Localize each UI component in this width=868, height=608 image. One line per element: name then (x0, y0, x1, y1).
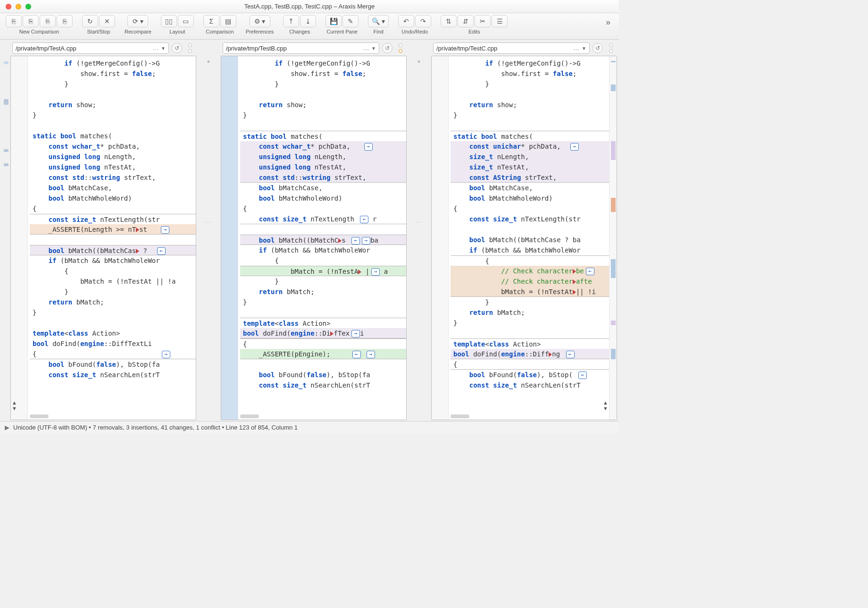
code-line[interactable]: bool bMatch((bMatchCase ? ba (451, 235, 609, 245)
pane-b-code[interactable]: if (!getMergeConfig()->G show.first = fa… (221, 56, 407, 420)
merge-right-button[interactable]: → (371, 268, 380, 276)
code-line[interactable]: return bMatch; (451, 307, 609, 318)
code-line[interactable]: const wchar_t* pchData, (30, 141, 196, 152)
code-line[interactable] (451, 120, 609, 131)
new-three-way-button[interactable]: ⎘ (40, 15, 56, 27)
code-line[interactable]: bool bFound(false), bStop( ← (451, 370, 609, 380)
code-line[interactable]: _ASSERTE(nLength >= nTst → (30, 224, 196, 235)
code-line[interactable]: const size_t nSearchLen(strT (451, 380, 609, 390)
code-line[interactable] (240, 89, 406, 100)
code-line[interactable]: bool bFound(false), bStop(fa (30, 359, 196, 370)
code-line[interactable]: bool doFind(engine::DiffTextLi (30, 338, 196, 349)
merge-right-button[interactable]: → (362, 237, 370, 245)
chevron-down-icon[interactable]: ▼ (371, 46, 376, 51)
new-image-compare-button[interactable]: ⎘ (57, 15, 73, 27)
code-line[interactable]: if (!getMergeConfig()->G (451, 58, 609, 68)
code-line[interactable]: static bool matches( (30, 131, 196, 141)
pane-a-hscroll[interactable] (30, 414, 186, 419)
find-button[interactable]: 🔍 ▾ (368, 15, 389, 27)
new-file-compare-button[interactable]: ⎘ (23, 15, 39, 27)
code-line[interactable] (451, 224, 609, 235)
code-line[interactable]: } (240, 79, 406, 89)
pane-b-history-button[interactable]: ↺ (382, 43, 392, 53)
code-line[interactable]: if (bMatch && bMatchWholeWor (451, 245, 609, 255)
code-line[interactable]: bool bMatchCase, (240, 183, 406, 193)
code-line[interactable] (240, 359, 406, 370)
code-line[interactable] (30, 318, 196, 328)
pane-b-path-input[interactable]: /private/tmp/TestB.cpp ... ▼ (223, 42, 379, 54)
code-line[interactable]: return bMatch; (30, 297, 196, 307)
code-line[interactable]: unsigned long nLength, (240, 152, 406, 162)
code-line[interactable]: const unichar* pchData, ← (451, 141, 609, 152)
code-line[interactable]: bool bMatch((bMatchCs ←→ba (240, 235, 406, 245)
nav-up-icon[interactable]: ▲ (603, 400, 608, 405)
code-line[interactable]: template<class Action> (240, 318, 406, 328)
merge-right-button[interactable]: → (367, 351, 375, 358)
merge-left-button[interactable]: ← (566, 351, 575, 358)
merge-left-button[interactable]: ← (570, 143, 579, 151)
code-line[interactable]: bool bMatchCase, (451, 183, 609, 193)
code-line[interactable]: bool bFound(false), bStop(fa (240, 370, 406, 380)
code-line[interactable]: unsigned long nTestAt, (30, 162, 196, 172)
merge-left-button[interactable]: ← (578, 372, 587, 379)
code-line[interactable]: const wchar_t* pchData, → (240, 141, 406, 152)
code-line[interactable]: show.first = false; (240, 68, 406, 79)
code-line[interactable]: return show; (240, 100, 406, 110)
code-line[interactable]: const std::wstring strText, (240, 172, 406, 183)
code-line[interactable]: { (451, 359, 609, 370)
undo-button[interactable]: ↶ (398, 15, 414, 27)
code-line[interactable]: if (!getMergeConfig()->G (30, 58, 196, 68)
toolbar-overflow-button[interactable]: » (603, 17, 613, 27)
code-line[interactable]: unsigned long nLength, (30, 152, 196, 162)
code-line[interactable]: return show; (30, 100, 196, 110)
edit-3-button[interactable]: ✂ (475, 15, 491, 27)
code-line[interactable]: if (bMatch && bMatchWholeWor (30, 255, 196, 266)
code-line[interactable]: bool bMatch((bMatchCas ? ← (30, 245, 196, 255)
code-line[interactable]: { (451, 255, 609, 266)
code-line[interactable]: { (451, 203, 609, 214)
code-line[interactable]: size_t nTestAt, (451, 162, 609, 172)
code-line[interactable]: bMatch = (!nTestAt|| !i (451, 287, 609, 297)
layout-vertical-button[interactable]: ▭ (178, 15, 194, 27)
pane-a-path-input[interactable]: /private/tmp/TestA.cpp ... ▼ (12, 42, 169, 54)
code-line[interactable]: return show; (451, 100, 609, 110)
merge-left-button[interactable]: ← (586, 268, 594, 275)
new-folder-compare-button[interactable]: ⎘ (6, 15, 22, 27)
play-icon[interactable]: ▶ (5, 424, 9, 431)
merge-right-button[interactable]: → (351, 330, 360, 338)
code-line[interactable]: bool bMatchCase, (30, 183, 196, 193)
code-line[interactable]: const AString strText, (451, 172, 609, 183)
code-line[interactable]: const size_t nSearchLen(strT (30, 370, 196, 380)
edit-2-button[interactable]: ⇵ (458, 15, 474, 27)
code-line[interactable]: const std::wstring strText, (30, 172, 196, 183)
stop-button[interactable]: ✕ (99, 15, 115, 27)
chevron-down-icon[interactable]: ▼ (161, 46, 166, 51)
code-line[interactable] (240, 120, 406, 131)
code-line[interactable] (240, 224, 406, 235)
chevron-down-icon[interactable]: ▼ (582, 46, 586, 51)
code-line[interactable]: show.first = false; (451, 68, 609, 79)
code-line[interactable]: return bMatch; (240, 287, 406, 297)
code-line[interactable]: { (30, 266, 196, 276)
code-line[interactable] (451, 328, 609, 338)
code-line[interactable]: bool bMatchWholeWord) (30, 193, 196, 203)
merge-left-button[interactable]: ← (351, 237, 360, 245)
pane-c-path-input[interactable]: /private/tmp/TestC.cpp ... ▼ (433, 42, 590, 54)
recompare-button[interactable]: ⟳ ▾ (127, 15, 148, 27)
nav-down-icon[interactable]: ▼ (12, 405, 17, 411)
code-line[interactable]: unsigned long nTestAt, (240, 162, 406, 172)
merge-left-button[interactable]: ← (157, 247, 166, 255)
pane-c-code[interactable]: if (!getMergeConfig()->G show.first = fa… (431, 56, 617, 420)
code-line[interactable]: template<class Action> (30, 328, 196, 338)
pane-a-history-button[interactable]: ↺ (172, 43, 182, 53)
code-line[interactable]: } (240, 276, 406, 287)
code-line[interactable]: if (!getMergeConfig()->G (240, 58, 406, 68)
nav-down-icon[interactable]: ▼ (603, 405, 608, 411)
code-line[interactable]: show.first = false; (30, 68, 196, 79)
code-line[interactable] (240, 307, 406, 318)
code-line[interactable]: const size_t nTextLength ← r (240, 214, 406, 224)
prev-change-button[interactable]: ⤒ (283, 15, 299, 27)
pane-a-code-view[interactable]: if (!getMergeConfig()->G show.first = fa… (28, 56, 196, 420)
code-line[interactable]: } (451, 79, 609, 89)
code-line[interactable]: bool doFind(engine::DifTex→i (240, 328, 406, 338)
